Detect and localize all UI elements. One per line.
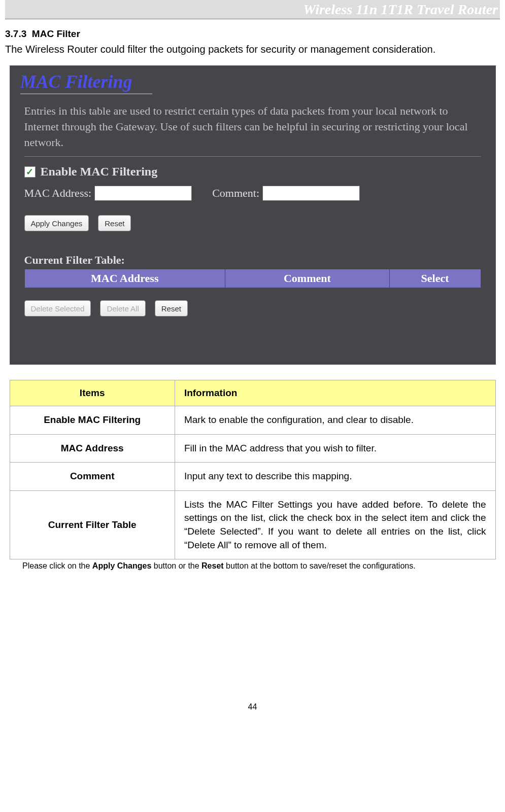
section-heading: 3.7.3 MAC Filter (5, 28, 500, 40)
mac-address-input[interactable] (94, 186, 192, 201)
filter-table-header-select: Select (389, 269, 481, 288)
filter-table-header-comment: Comment (225, 269, 390, 288)
enable-mac-filtering-label: Enable MAC Filtering (41, 165, 158, 179)
info-item-label: Current Filter Table (10, 490, 175, 559)
info-item-label: Enable MAC Filtering (10, 406, 175, 435)
info-item-desc: Fill in the MAC address that you wish to… (175, 434, 495, 463)
ui-title: MAC Filtering (10, 66, 495, 92)
table-row: Current Filter Table Lists the MAC Filte… (10, 490, 495, 559)
reset-button-2[interactable]: Reset (155, 300, 188, 316)
info-table-header-info: Information (175, 380, 495, 406)
ui-description: Entries in this table are used to restri… (10, 94, 495, 153)
note-text: Please click on the Apply Changes button… (5, 561, 500, 571)
info-table-header-items: Items (10, 380, 175, 406)
reset-button[interactable]: Reset (98, 215, 131, 231)
delete-all-button[interactable]: Delete All (100, 300, 145, 316)
info-item-desc: Input any text to describe this mapping. (175, 463, 495, 491)
table-row: MAC Address Fill in the MAC address that… (10, 434, 495, 463)
comment-input[interactable] (262, 186, 360, 201)
router-ui-screenshot: MAC Filtering Entries in this table are … (10, 65, 496, 365)
mac-address-label: MAC Address: (24, 187, 92, 200)
apply-changes-button[interactable]: Apply Changes (24, 215, 89, 231)
intro-text: The Wireless Router could filter the out… (5, 44, 500, 55)
filter-table: MAC Address Comment Select (24, 269, 481, 288)
document-header: Wireless 11n 1T1R Travel Router (5, 0, 500, 19)
document-header-title: Wireless 11n 1T1R Travel Router (303, 2, 498, 17)
info-item-desc: Mark to enable the configuration, and cl… (175, 406, 495, 435)
info-item-desc: Lists the MAC Filter Settings you have a… (175, 490, 495, 559)
section-title-text: MAC Filter (32, 28, 80, 39)
info-table: Items Information Enable MAC Filtering M… (10, 380, 496, 559)
comment-label: Comment: (212, 187, 259, 200)
page-number: 44 (5, 702, 500, 722)
ui-divider (24, 156, 481, 157)
table-row: Enable MAC Filtering Mark to enable the … (10, 406, 495, 435)
info-item-label: MAC Address (10, 434, 175, 463)
filter-table-header-mac: MAC Address (24, 269, 225, 288)
info-item-label: Comment (10, 463, 175, 491)
current-filter-table-label: Current Filter Table: (10, 254, 495, 267)
table-row: Comment Input any text to describe this … (10, 463, 495, 491)
delete-selected-button[interactable]: Delete Selected (24, 300, 91, 316)
section-number: 3.7.3 (5, 28, 26, 39)
enable-mac-filtering-checkbox[interactable]: ✓ (24, 166, 36, 178)
